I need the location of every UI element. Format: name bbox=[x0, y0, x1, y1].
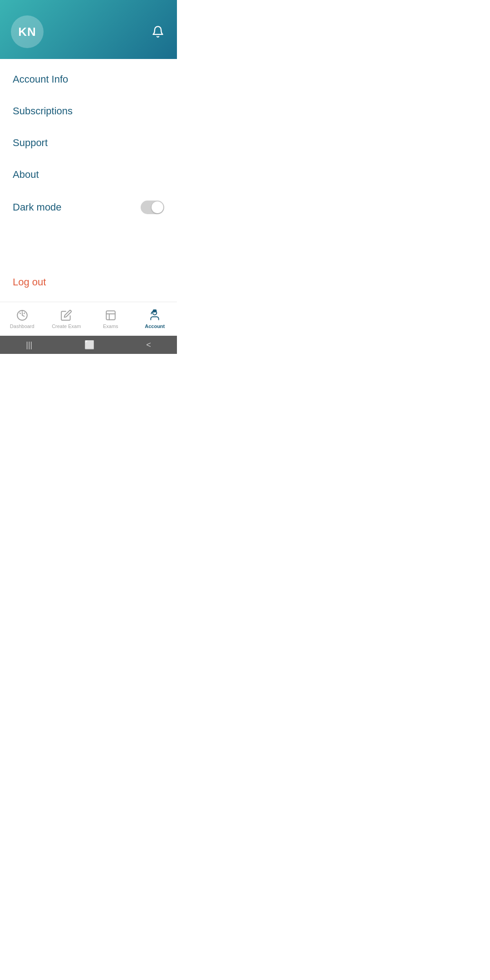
dashboard-icon bbox=[16, 309, 29, 322]
menu-item-support[interactable]: Support bbox=[0, 127, 177, 159]
nav-item-account[interactable]: Account bbox=[133, 309, 177, 329]
account-icon bbox=[148, 309, 161, 322]
system-nav: ||| ⬜ < bbox=[0, 336, 177, 354]
menu-item-account-info[interactable]: Account Info bbox=[0, 64, 177, 95]
svg-rect-6 bbox=[153, 310, 157, 312]
toggle-knob bbox=[152, 201, 163, 213]
nav-item-create-exam[interactable]: Create Exam bbox=[44, 309, 89, 329]
nav-label-account: Account bbox=[145, 323, 165, 329]
nav-label-dashboard: Dashboard bbox=[10, 323, 34, 329]
exams-icon bbox=[104, 309, 117, 322]
nav-label-create-exam: Create Exam bbox=[52, 323, 81, 329]
nav-item-exams[interactable]: Exams bbox=[88, 309, 133, 329]
dark-mode-toggle-container bbox=[141, 201, 164, 214]
menu-label-about: About bbox=[13, 169, 39, 181]
logout-section: Log out bbox=[0, 263, 177, 302]
avatar-initials: KN bbox=[18, 25, 36, 39]
menu-item-subscriptions[interactable]: Subscriptions bbox=[0, 95, 177, 127]
bottom-nav: Dashboard Create Exam Exams bbox=[0, 302, 177, 336]
main-content: Account Info Subscriptions Support About… bbox=[0, 59, 177, 302]
svg-rect-2 bbox=[106, 311, 115, 320]
menu-label-dark-mode: Dark mode bbox=[13, 201, 62, 213]
menu-label-support: Support bbox=[13, 137, 48, 149]
create-exam-icon bbox=[60, 309, 73, 322]
menu-label-subscriptions: Subscriptions bbox=[13, 105, 73, 117]
recents-button[interactable]: ||| bbox=[26, 340, 32, 350]
menu-list: Account Info Subscriptions Support About… bbox=[0, 59, 177, 229]
nav-label-exams: Exams bbox=[103, 323, 118, 329]
header: KN bbox=[0, 0, 177, 59]
logout-button[interactable]: Log out bbox=[13, 276, 46, 288]
menu-item-about[interactable]: About bbox=[0, 159, 177, 191]
menu-label-account-info: Account Info bbox=[13, 74, 68, 85]
bell-icon[interactable] bbox=[150, 24, 166, 40]
nav-item-dashboard[interactable]: Dashboard bbox=[0, 309, 44, 329]
avatar: KN bbox=[11, 15, 44, 48]
dark-mode-toggle[interactable] bbox=[141, 201, 164, 214]
home-button[interactable]: ⬜ bbox=[84, 340, 94, 350]
back-button[interactable]: < bbox=[146, 340, 151, 350]
menu-item-dark-mode[interactable]: Dark mode bbox=[0, 191, 177, 224]
